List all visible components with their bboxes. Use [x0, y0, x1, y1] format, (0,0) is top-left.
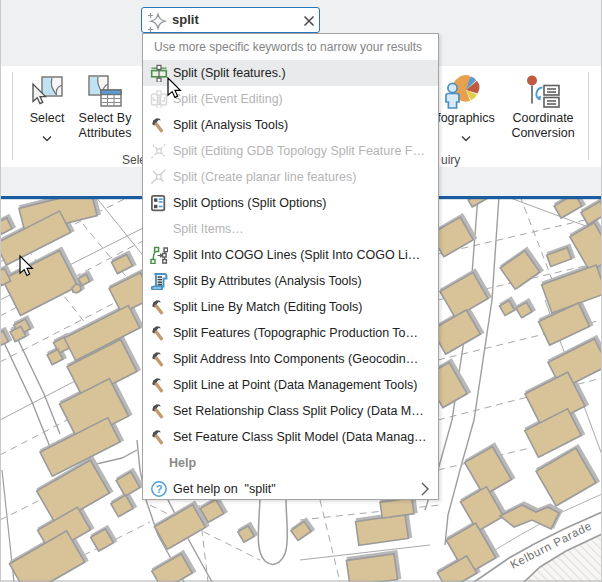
svg-text:?: ? [156, 483, 163, 495]
